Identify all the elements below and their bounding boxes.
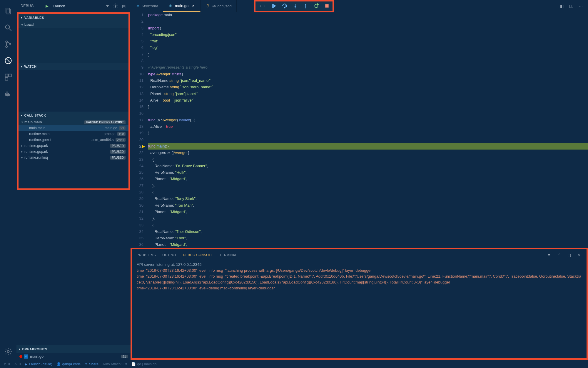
breakpoint-file: main.go: [30, 354, 44, 359]
step-out-icon[interactable]: [303, 3, 308, 9]
svg-marker-19: [273, 4, 276, 8]
status-user[interactable]: 👤 ganga.chris: [56, 362, 81, 366]
svg-marker-26: [305, 4, 307, 5]
debug-icon[interactable]: [0, 52, 16, 69]
svg-point-4: [6, 41, 7, 43]
breakpoints-header[interactable]: ▾BREAKPOINTS: [16, 345, 131, 353]
panel-tabs: PROBLEMS OUTPUT DEBUG CONSOLE TERMINAL ≡…: [132, 249, 587, 261]
svg-point-27: [305, 7, 306, 8]
tab-problems[interactable]: PROBLEMS: [137, 250, 156, 260]
callstack-row[interactable]: ▸runtime.goparkPAUSED: [19, 143, 128, 149]
debug-console-icon[interactable]: ▤: [121, 3, 126, 9]
code-area[interactable]: 1234567891011121314151617181920212223242…: [131, 12, 588, 248]
svg-rect-18: [272, 4, 273, 8]
svg-marker-23: [294, 6, 296, 7]
maximize-icon[interactable]: ▢: [567, 252, 572, 258]
status-launch[interactable]: ▶ Launch (devle): [25, 362, 52, 366]
search-icon[interactable]: [0, 19, 16, 36]
clear-icon[interactable]: ≡: [547, 252, 552, 258]
breakpoint-dot-icon: [19, 355, 22, 358]
callstack-row[interactable]: runtime.mainproc.go198: [19, 131, 128, 137]
svg-rect-11: [5, 77, 8, 80]
svg-rect-9: [5, 74, 8, 77]
variables-local[interactable]: ▾Local: [19, 21, 128, 28]
split-editor-icon[interactable]: ▯▯: [569, 3, 574, 9]
watch-header[interactable]: ▾WATCH: [19, 63, 128, 70]
debug-config-name[interactable]: Launch: [53, 4, 102, 8]
callstack-row[interactable]: ▾main.mainPAUSED ON BREAKPOINT: [19, 119, 128, 125]
svg-point-5: [6, 46, 7, 47]
compare-icon[interactable]: ◧: [559, 3, 564, 9]
debug-console-body[interactable]: API server listening at: 127.0.0.1:2345t…: [132, 261, 587, 358]
drag-handle-icon[interactable]: ⋮⋮: [258, 4, 266, 9]
tab-debug-console[interactable]: DEBUG CONSOLE: [183, 250, 213, 260]
svg-rect-14: [8, 93, 9, 94]
scm-icon[interactable]: [0, 36, 16, 52]
callstack-section: ▾CALL STACK ▾main.mainPAUSED ON BREAKPOI…: [19, 112, 128, 188]
status-breadcrumb[interactable]: 📄 go | main.go: [131, 362, 157, 366]
editor-tabs: ⧉ Welcome ◉ main.go × {} launch.json ◧ ▯…: [131, 0, 588, 12]
close-icon[interactable]: ×: [191, 3, 196, 8]
svg-rect-10: [9, 74, 11, 77]
callstack-row[interactable]: runtime.goexitasm_amd64.s2361: [19, 137, 128, 143]
svg-line-8: [6, 58, 11, 64]
tab-terminal[interactable]: TERMINAL: [220, 250, 237, 260]
status-errors[interactable]: ⊘ 0: [4, 362, 10, 366]
collapse-icon[interactable]: ⌃: [557, 252, 562, 258]
watch-section: ▾WATCH: [19, 63, 128, 112]
explorer-icon[interactable]: [0, 3, 16, 19]
start-debug-icon[interactable]: ▶: [46, 4, 49, 8]
tab-main-go[interactable]: ◉ main.go ×: [163, 0, 201, 12]
debug-toolbar: ⋮⋮: [254, 0, 334, 12]
stop-icon[interactable]: [324, 3, 330, 9]
svg-rect-29: [325, 4, 328, 7]
svg-point-21: [284, 7, 285, 8]
breakpoint-line: 21: [121, 355, 128, 358]
svg-rect-15: [6, 92, 8, 93]
gear-icon[interactable]: [113, 3, 118, 9]
breakpoints-section: ▾BREAKPOINTS ✓ main.go 21: [16, 345, 131, 360]
tab-launch-json[interactable]: {} launch.json: [201, 0, 237, 12]
more-icon[interactable]: ⋯: [578, 3, 583, 9]
callstack-row[interactable]: main.mainmain.go21: [19, 125, 128, 131]
callstack-row[interactable]: ▸runtime.runfinqPAUSED: [19, 155, 128, 160]
go-file-icon: ◉: [168, 3, 173, 8]
debug-label: DEBUG: [21, 4, 34, 8]
settings-icon[interactable]: [0, 343, 16, 360]
editor: ⧉ Welcome ◉ main.go × {} launch.json ◧ ▯…: [131, 0, 588, 360]
bottom-panel: PROBLEMS OUTPUT DEBUG CONSOLE TERMINAL ≡…: [131, 248, 588, 360]
step-over-icon[interactable]: [282, 3, 287, 9]
status-bar: ⊘ 0 ⚠ 0 ▶ Launch (devle) 👤 ganga.chris ⇪…: [0, 360, 588, 368]
callstack-row[interactable]: ▸runtime.goparkPAUSED: [19, 149, 128, 155]
breakpoint-row[interactable]: ✓ main.go 21: [16, 353, 131, 360]
config-selector-icon[interactable]: ⏷: [105, 3, 110, 9]
status-share[interactable]: ⇪ Share: [85, 362, 98, 366]
callstack-header[interactable]: ▾CALL STACK: [19, 112, 128, 119]
status-warnings[interactable]: ⚠ 0: [14, 362, 21, 366]
continue-icon[interactable]: [271, 3, 277, 9]
status-auto-attach[interactable]: Auto Attach: Off: [103, 362, 127, 366]
svg-marker-28: [317, 4, 318, 5]
svg-point-2: [6, 25, 10, 29]
tab-output[interactable]: OUTPUT: [162, 250, 176, 260]
svg-point-16: [7, 351, 9, 353]
json-file-icon: {}: [205, 4, 210, 8]
tab-welcome[interactable]: ⧉ Welcome: [131, 0, 163, 12]
debug-header: DEBUG ▶ Launch ⏷ ▤: [16, 0, 131, 12]
debug-sidebar: DEBUG ▶ Launch ⏷ ▤ ▾VARIABLES ▾Local ▾WA…: [16, 0, 131, 360]
svg-point-24: [295, 7, 295, 8]
svg-line-3: [9, 29, 11, 31]
checkbox-icon[interactable]: ✓: [24, 354, 28, 359]
variables-section: ▾VARIABLES ▾Local: [19, 14, 128, 63]
extensions-icon[interactable]: [0, 69, 16, 85]
svg-point-6: [9, 43, 11, 45]
svg-rect-13: [6, 93, 8, 94]
restart-icon[interactable]: [314, 3, 319, 9]
step-into-icon[interactable]: [293, 3, 298, 9]
activity-bar: [0, 0, 16, 360]
svg-rect-1: [7, 9, 11, 14]
docker-icon[interactable]: [0, 85, 16, 102]
svg-rect-0: [6, 8, 10, 13]
close-panel-icon[interactable]: ×: [577, 252, 582, 258]
variables-header[interactable]: ▾VARIABLES: [19, 14, 128, 21]
